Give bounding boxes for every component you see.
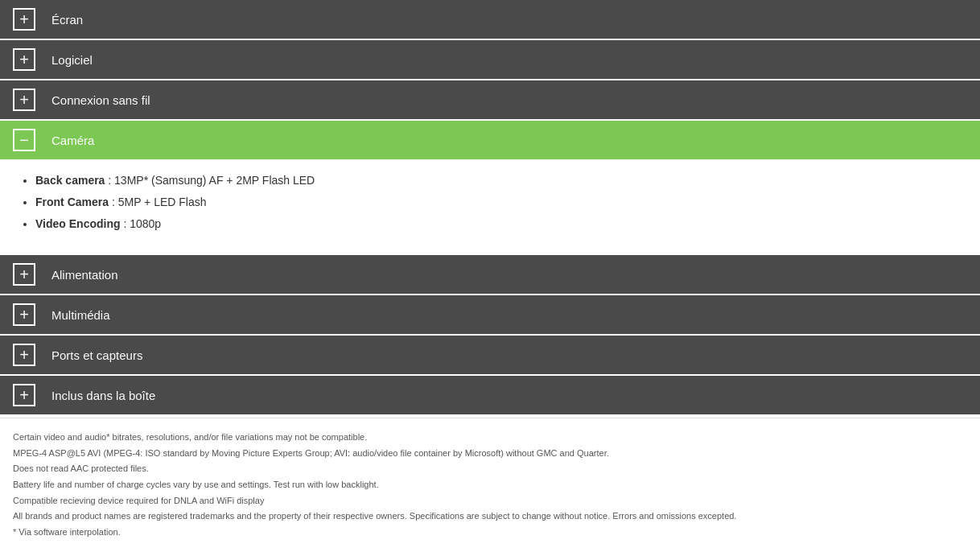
accordion-item-connexion: +Connexion sans fil xyxy=(0,80,980,119)
accordion-content-camera: Back camera : 13MP* (Samsung) AF + 2MP F… xyxy=(0,159,980,253)
plus-icon: + xyxy=(13,384,35,406)
accordion-label-multimedia: Multimédia xyxy=(51,308,110,322)
accordion-header-connexion[interactable]: +Connexion sans fil xyxy=(0,80,980,119)
plus-icon: + xyxy=(13,303,35,326)
accordion-header-ecran[interactable]: +Écran xyxy=(0,0,980,39)
accordion-header-camera[interactable]: −Caméra xyxy=(0,121,980,159)
accordion-item-ecran: +Écran xyxy=(0,0,980,39)
accordion-header-ports[interactable]: +Ports et capteurs xyxy=(0,336,980,374)
accordion-label-ecran: Écran xyxy=(51,13,83,27)
footnote-line: Compatible recieving device required for… xyxy=(13,493,967,509)
plus-icon: + xyxy=(13,263,35,286)
plus-icon: + xyxy=(13,8,35,31)
accordion-item-inclus: +Inclus dans la boîte xyxy=(0,376,980,414)
spec-value: : 1080p xyxy=(121,217,162,230)
accordion-header-alimentation[interactable]: +Alimentation xyxy=(0,255,980,294)
footnote-line: Certain video and audio* bitrates, resol… xyxy=(13,430,967,445)
accordion-label-camera: Caméra xyxy=(51,134,94,147)
accordion-label-alimentation: Alimentation xyxy=(51,268,118,282)
footnote-line: * Via software interpolation. xyxy=(13,525,967,540)
plus-icon: + xyxy=(13,48,35,71)
spec-value: : 5MP + LED Flash xyxy=(109,196,207,208)
spec-value: : 13MP* (Samsung) AF + 2MP Flash LED xyxy=(105,174,315,187)
footnote-line: Does not read AAC protected files. xyxy=(13,461,967,476)
spec-list: Back camera : 13MP* (Samsung) AF + 2MP F… xyxy=(35,172,961,233)
footnote-line: Battery life and number of charge cycles… xyxy=(13,477,967,492)
footnotes-section: Certain video and audio* bitrates, resol… xyxy=(0,418,980,552)
accordion-label-connexion: Connexion sans fil xyxy=(51,93,150,107)
accordion-container: +Écran+Logiciel+Connexion sans fil−Camér… xyxy=(0,0,980,414)
accordion-header-inclus[interactable]: +Inclus dans la boîte xyxy=(0,376,980,414)
spec-key: Video Encoding xyxy=(35,217,121,230)
accordion-label-ports: Ports et capteurs xyxy=(51,348,142,362)
spec-item: Back camera : 13MP* (Samsung) AF + 2MP F… xyxy=(35,172,961,189)
spec-key: Front Camera xyxy=(35,196,109,208)
footnote-line: MPEG-4 ASP@L5 AVI (MPEG-4: ISO standard … xyxy=(13,446,967,461)
plus-icon: + xyxy=(13,344,35,366)
accordion-item-multimedia: +Multimédia xyxy=(0,295,980,334)
accordion-header-logiciel[interactable]: +Logiciel xyxy=(0,40,980,79)
accordion-label-inclus: Inclus dans la boîte xyxy=(51,389,155,402)
accordion-item-logiciel: +Logiciel xyxy=(0,40,980,79)
accordion-header-multimedia[interactable]: +Multimédia xyxy=(0,295,980,334)
plus-icon: + xyxy=(13,89,35,111)
accordion-label-logiciel: Logiciel xyxy=(51,53,93,67)
spec-item: Front Camera : 5MP + LED Flash xyxy=(35,194,961,211)
accordion-item-camera: −CaméraBack camera : 13MP* (Samsung) AF … xyxy=(0,121,980,253)
spec-item: Video Encoding : 1080p xyxy=(35,216,961,233)
minus-icon: − xyxy=(13,129,35,151)
spec-key: Back camera xyxy=(35,174,105,187)
accordion-item-alimentation: +Alimentation xyxy=(0,255,980,294)
footnote-line: All brands and product names are registe… xyxy=(13,509,967,524)
accordion-item-ports: +Ports et capteurs xyxy=(0,336,980,374)
